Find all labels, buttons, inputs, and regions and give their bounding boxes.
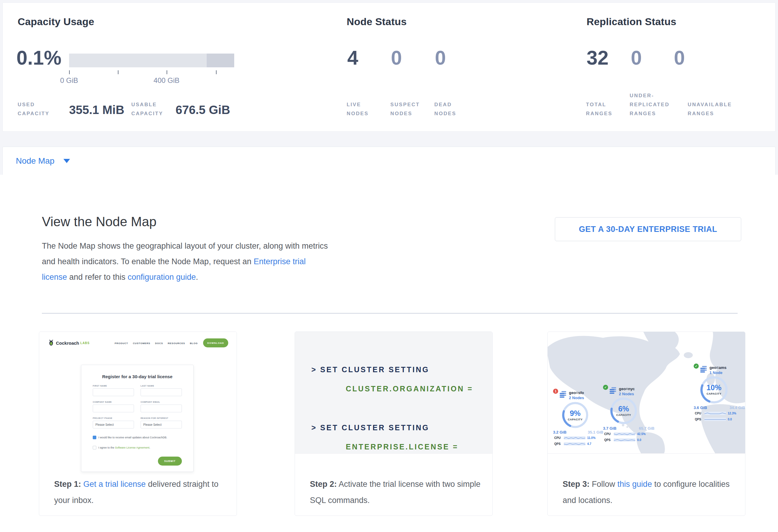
database-nodes-icon <box>609 387 617 394</box>
unavailable-ranges-label: UNAVAILABLE RANGES <box>688 92 748 118</box>
nav-item-blog[interactable]: BLOG <box>190 342 198 345</box>
dead-nodes-label: DEAD NODES <box>434 92 467 118</box>
capacity-ring: 9% CAPACITY <box>561 401 589 429</box>
capacity-percent: 6% <box>610 404 638 413</box>
total-ranges-label: TOTAL RANGES <box>586 92 628 118</box>
qps-value: 4.7 <box>587 442 591 446</box>
step2-label: Step 2: <box>310 480 337 488</box>
promo-description: The Node Map shows the geographical layo… <box>42 238 329 285</box>
database-nodes-icon <box>700 365 707 373</box>
download-button[interactable]: DOWNLOAD <box>203 338 228 348</box>
locality-name: geo=nyc <box>619 387 635 391</box>
qps-sparkline <box>704 417 726 421</box>
license-agreement-checkbox-row: I agree to the Software License Agreemen… <box>93 446 185 449</box>
step1-label: Step 1: <box>54 480 81 488</box>
qps-sparkline <box>614 438 635 442</box>
locality-node-count: 1 Node <box>709 370 726 375</box>
promo-text: . <box>196 273 198 282</box>
license-agreement-text: I agree to the Software License Agreemen… <box>98 446 150 449</box>
cpu-sparkline <box>614 432 635 436</box>
locality-name: geo=sfo <box>569 390 584 395</box>
cpu-value: 11.0% <box>587 436 596 440</box>
capacity-ring: 6% CAPACITY <box>610 397 638 425</box>
get-trial-license-link[interactable]: Get a trial license <box>83 480 146 488</box>
sql-line-arg: CLUSTER.ORGANIZATION = <box>346 384 473 393</box>
company-name-label: COMPANY NAME <box>93 401 112 403</box>
node-map-promo-section: View the Node Map The Node Map shows the… <box>0 175 778 532</box>
qps-row: QPS 0.0 <box>695 417 732 421</box>
chevron-down-icon[interactable] <box>63 159 70 163</box>
usable-capacity-label: USABLE CAPACITY <box>131 92 176 118</box>
configuration-guide-link[interactable]: configuration guide <box>128 273 196 282</box>
cpu-sparkline <box>704 411 726 415</box>
company-email-label: COMPANY EMAIL <box>141 401 160 403</box>
last-name-field[interactable] <box>141 388 182 396</box>
promo-text: and refer to this <box>67 273 128 282</box>
submit-button[interactable]: SUBMIT <box>158 457 182 466</box>
suspect-nodes-count: 0 <box>391 47 402 69</box>
step2-caption: Step 2: Activate the trial license with … <box>310 476 485 508</box>
trial-license-site-preview: Cockroach LABS PRODUCT CUSTOMERS DOCS RE… <box>39 332 237 472</box>
capacity-gib-row: 3.2 GiB 35.1 GiB <box>553 430 603 435</box>
step3-caption: Step 3: Follow this guide to configure l… <box>563 476 737 508</box>
this-guide-link[interactable]: this guide <box>617 480 652 488</box>
view-selector-bar: Node Map <box>2 147 776 175</box>
reason-for-interest-select[interactable]: Please Select <box>141 421 182 429</box>
nav-item-docs[interactable]: DOCS <box>155 342 163 345</box>
locality-nyc[interactable]: ✓ geo=nyc 2 Nodes <box>603 387 669 396</box>
first-name-field[interactable] <box>93 388 134 396</box>
capacity-used-percent: 0.1% <box>16 47 61 69</box>
used-capacity-value: 355.1 MiB <box>69 103 125 117</box>
replication-status-title: Replication Status <box>587 16 676 27</box>
email-updates-text: I would like to receive email updates ab… <box>98 436 167 439</box>
capacity-axis-label-400: 400 GiB <box>153 76 179 85</box>
company-name-field[interactable] <box>93 404 134 412</box>
step2-card: > SET CLUSTER SETTING CLUSTER.ORGANIZATI… <box>295 331 493 516</box>
node-map-dropdown[interactable]: Node Map <box>16 156 55 166</box>
node-map-preview: 1 geo=sfo 2 Nodes <box>548 332 745 454</box>
nav-item-customers[interactable]: CUSTOMERS <box>133 342 150 345</box>
company-email-field[interactable] <box>141 404 182 412</box>
get-enterprise-trial-button[interactable]: GET A 30-DAY ENTERPRISE TRIAL <box>555 217 741 241</box>
used-gib: 3.2 GiB <box>553 430 566 435</box>
locality-node-count: 2 Nodes <box>569 395 584 400</box>
capacity-percent: 9% <box>561 409 589 418</box>
qps-value: 0.0 <box>637 438 641 442</box>
total-ranges-count: 32 <box>587 47 608 69</box>
error-badge: 1 <box>553 389 558 394</box>
step1-card: Cockroach LABS PRODUCT CUSTOMERS DOCS RE… <box>39 331 237 516</box>
section-divider <box>42 313 737 314</box>
total-gib: 35.1 GiB <box>588 430 603 435</box>
locality-name: geo=ams <box>709 365 726 370</box>
capacity-percent: 10% <box>700 383 728 392</box>
software-license-agreement-link[interactable]: Software License Agreement <box>115 446 150 449</box>
usable-capacity-value: 676.5 GiB <box>175 103 230 117</box>
minisite-nav: PRODUCT CUSTOMERS DOCS RESOURCES BLOG <box>114 342 198 345</box>
license-agreement-checkbox[interactable] <box>93 446 96 449</box>
live-nodes-label: LIVE NODES <box>347 92 380 118</box>
nav-item-resources[interactable]: RESOURCES <box>168 342 185 345</box>
capacity-axis-tick <box>69 70 70 74</box>
capacity-axis-tick <box>167 70 167 74</box>
live-nodes-count: 4 <box>347 47 358 69</box>
nav-item-product[interactable]: PRODUCT <box>114 342 128 345</box>
capacity-gib-row: 3.7 GiB 65.7 GiB <box>603 426 654 431</box>
locality-node-count: 2 Nodes <box>619 391 635 396</box>
project-phase-select[interactable]: Please Select <box>93 421 134 429</box>
first-name-label: FIRST NAME <box>93 385 107 387</box>
node-status-title: Node Status <box>347 16 407 27</box>
used-capacity-label: USED CAPACITY <box>18 92 58 118</box>
email-updates-checkbox[interactable] <box>93 436 96 439</box>
email-updates-checkbox-row: I would like to receive email updates ab… <box>93 436 185 439</box>
locality-ams[interactable]: ✓ geo=ams 1 Node <box>694 365 746 375</box>
qps-value: 0.0 <box>728 418 732 421</box>
capacity-label: CAPACITY <box>610 413 638 416</box>
step3-label: Step 3: <box>563 480 590 488</box>
reason-for-interest-label: REASON FOR INTEREST <box>141 417 168 419</box>
cluster-overview-page: Capacity Usage 0.1% 0 GiB 400 GiB USED C… <box>0 0 778 532</box>
capacity-bar-nonusable-segment <box>207 54 234 67</box>
cpu-sparkline <box>564 436 586 440</box>
capacity-usage-title: Capacity Usage <box>18 16 94 27</box>
capacity-label: CAPACITY <box>561 418 589 421</box>
cpu-value: 42.5% <box>637 432 645 436</box>
